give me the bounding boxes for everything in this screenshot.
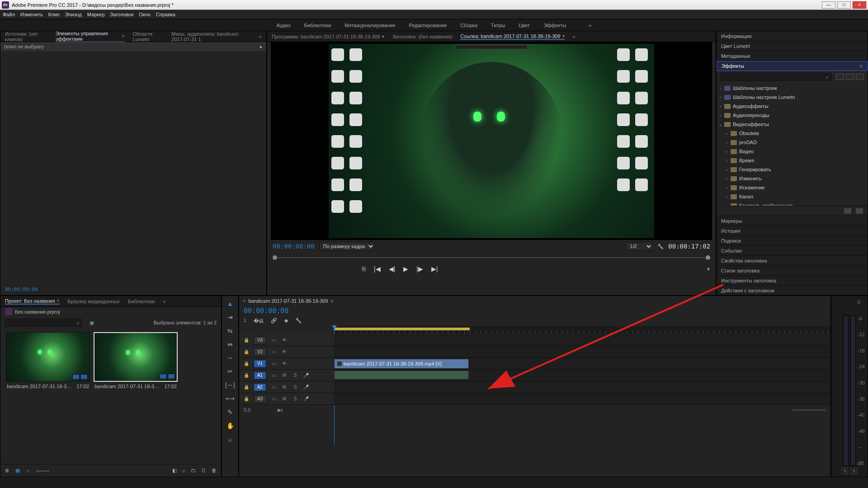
filter-bin-icon[interactable]: ▣ <box>90 320 94 326</box>
marker-icon[interactable]: ◆ <box>284 318 288 324</box>
effects-node[interactable]: ›Аудиопереходы <box>718 111 866 120</box>
workspace-editing[interactable]: Редактирование <box>409 23 447 28</box>
program-viewport[interactable] <box>271 42 712 240</box>
lock-icon[interactable]: 🔒 <box>243 372 250 379</box>
voice-record-icon[interactable]: 🎤 <box>302 395 310 403</box>
lock-icon[interactable]: 🔒 <box>243 348 250 356</box>
menu-sequence[interactable]: Эпизод <box>65 12 82 17</box>
minimize-button[interactable]: — <box>822 1 835 9</box>
workspace-overflow[interactable]: » <box>589 23 591 28</box>
video-track[interactable]: 🔒V3▭👁 <box>239 334 830 346</box>
tab-audio-mixer[interactable]: Микш. аудиоклипа: bandicam 2017-07-31 1 <box>171 31 251 42</box>
lock-icon[interactable]: 🔒 <box>243 395 250 403</box>
audio-track[interactable]: 🔒A1▭MS🎤 <box>239 370 830 381</box>
collapsed-panel[interactable]: Стили заголовка <box>717 265 868 275</box>
tab-overflow[interactable]: » <box>163 299 165 304</box>
new-bin-icon[interactable]: 🗀 <box>191 468 196 474</box>
rolling-tool-icon[interactable]: ⇔ <box>225 339 235 349</box>
panel-menu-icon[interactable]: ≡ <box>122 33 125 38</box>
effects-node[interactable]: ›Шаблоны настроек <box>718 84 866 93</box>
panel-metadata[interactable]: Метаданные <box>717 51 868 61</box>
delete-icon[interactable] <box>856 208 863 214</box>
lock-icon[interactable]: 🔒 <box>243 337 250 344</box>
tab-program[interactable]: Программа: bandicam 2017-07-31 18-38-19-… <box>272 34 384 39</box>
tab-lumetri-scopes[interactable]: Области Lumetri <box>133 31 164 42</box>
solo-right[interactable]: S <box>851 468 857 474</box>
toggle-output-icon[interactable]: M <box>281 372 288 379</box>
accel-filter-icon[interactable] <box>836 74 844 80</box>
effects-node[interactable]: ›Искажение <box>718 183 866 192</box>
freeform-view-icon[interactable]: ○ <box>26 468 29 474</box>
effects-node[interactable]: ›Obsolete <box>718 129 866 138</box>
collapsed-panel[interactable]: История <box>717 225 868 235</box>
yuv-filter-icon[interactable] <box>856 74 864 80</box>
button-editor-icon[interactable]: + <box>707 265 710 272</box>
effects-node[interactable]: ›Шаблоны настроек Lumetri <box>718 93 866 102</box>
tab-source[interactable]: Источник: (нет клипов) <box>5 31 47 42</box>
collapsed-panel[interactable]: События <box>717 245 868 255</box>
ripple-tool-icon[interactable]: ⇆ <box>225 326 235 336</box>
collapsed-panel[interactable]: Подписи <box>717 235 868 245</box>
zoom-scrollbar[interactable]: ○────────○ <box>792 407 826 413</box>
solo-icon[interactable]: S <box>292 395 299 403</box>
effects-node[interactable]: ›Генерировать <box>718 165 866 174</box>
effects-node[interactable]: ⌄Видеоэффекты <box>718 120 866 129</box>
razor-tool-icon[interactable]: ✂ <box>225 366 235 376</box>
solo-icon[interactable]: S <box>292 384 299 391</box>
close-sequence-icon[interactable]: × <box>243 298 245 304</box>
track-target[interactable]: A1 <box>254 371 266 380</box>
playback-res-select[interactable]: 1/2 <box>626 242 653 251</box>
workspace-color[interactable]: Цвет <box>519 23 530 28</box>
sync-lock-icon[interactable]: ▭ <box>270 384 277 391</box>
voice-record-icon[interactable]: 🎤 <box>302 384 310 391</box>
effects-node[interactable]: ›Изменить <box>718 174 866 183</box>
track-select-tool-icon[interactable]: ⇥ <box>225 312 235 322</box>
panel-lumetri-color[interactable]: Цвет Lumetri <box>717 41 868 51</box>
sync-lock-icon[interactable]: ▭ <box>270 337 277 344</box>
video-track[interactable]: 🔒V1▭👁bandicam 2017-07-31 18-38-19-309.mp… <box>239 358 830 370</box>
menu-edit[interactable]: Изменить <box>20 12 43 17</box>
sync-lock-icon[interactable]: ▭ <box>270 372 277 379</box>
menu-title[interactable]: Заголовок <box>110 12 134 17</box>
effects-node[interactable]: ›Аудиоэффекты <box>718 102 866 111</box>
panel-menu-icon[interactable]: ≡ <box>57 298 60 303</box>
panel-menu-icon[interactable]: ≡ <box>331 299 334 304</box>
zoom-fit-select[interactable]: По размеру кадра <box>319 242 375 251</box>
collapsed-panel[interactable]: Действия с заголовком <box>717 285 868 295</box>
selection-tool-icon[interactable]: ▲ <box>225 299 235 309</box>
new-bin-icon[interactable] <box>844 208 851 214</box>
toggle-output-icon[interactable]: 👁 <box>281 348 288 356</box>
next-edit-icon[interactable]: ▶| <box>278 407 283 413</box>
find-icon[interactable]: ⌕ <box>182 468 185 474</box>
workspace-libraries[interactable]: Библиотеки <box>304 23 331 28</box>
mark-in-button[interactable]: ⎘ <box>362 265 366 272</box>
hand-tool-icon[interactable]: ✋ <box>225 421 235 431</box>
voice-record-icon[interactable]: 🎤 <box>302 372 310 379</box>
icon-view-icon[interactable]: ▦ <box>15 468 20 474</box>
program-timecode[interactable]: 00:00:00:00 <box>273 243 315 250</box>
workspace-audio[interactable]: Аудио <box>277 23 291 28</box>
effects-search-input[interactable] <box>720 73 832 81</box>
pen-tool-icon[interactable]: ✎ <box>225 407 235 417</box>
menu-help[interactable]: Справка <box>156 12 175 17</box>
track-target[interactable]: V2 <box>254 348 266 356</box>
effects-node[interactable]: ›proDAD <box>718 138 866 147</box>
close-button[interactable]: × <box>853 1 866 9</box>
clear-icon[interactable]: 🗑 <box>212 468 217 474</box>
workspace-titles[interactable]: Титры <box>491 23 505 28</box>
tab-libraries[interactable]: Библиотеки <box>128 299 155 304</box>
sync-lock-icon[interactable]: ▭ <box>270 360 277 367</box>
menu-marker[interactable]: Маркер <box>87 12 105 17</box>
rate-tool-icon[interactable]: ↔ <box>225 353 235 363</box>
maximize-button[interactable]: □ <box>837 1 851 9</box>
workspace-assembly[interactable]: Сборка <box>460 23 477 28</box>
linked-sel-icon[interactable]: 🔗 <box>271 318 277 324</box>
effect-playhead-icon[interactable]: ▸ <box>260 44 263 50</box>
slide-tool-icon[interactable]: ⟷ <box>225 394 235 404</box>
list-view-icon[interactable]: ≣ <box>5 468 9 474</box>
collapsed-panel[interactable]: Инструменты заголовка <box>717 275 868 285</box>
snap-icon[interactable]: �磁 <box>254 318 264 324</box>
effects-node[interactable]: ›Видео <box>718 147 866 156</box>
tab-reference[interactable]: Ссылка: bandicam 2017-07-31 18-38-19-309… <box>460 33 564 40</box>
sync-lock-icon[interactable]: ▭ <box>270 395 277 403</box>
